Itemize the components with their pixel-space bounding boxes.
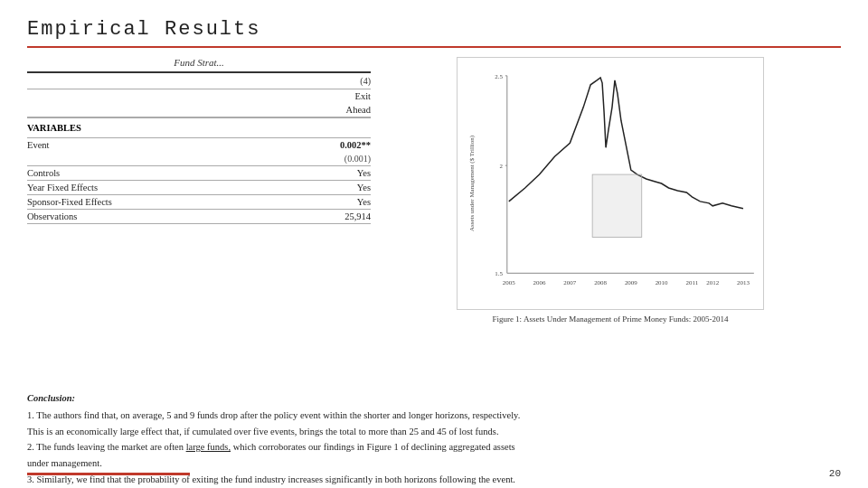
conclusion-line-3: 2. The funds leaving the market are ofte… bbox=[27, 440, 841, 455]
variables-label: VARIABLES bbox=[27, 120, 81, 136]
table-subheader2: Ahead bbox=[27, 103, 371, 117]
top-divider bbox=[27, 46, 841, 48]
svg-text:2007: 2007 bbox=[563, 279, 576, 286]
svg-text:2010: 2010 bbox=[656, 279, 668, 286]
col-header-num: (4) bbox=[216, 76, 371, 86]
col-subheader: Ahead bbox=[216, 105, 371, 115]
svg-text:2006: 2006 bbox=[533, 279, 546, 286]
variables-row: VARIABLES bbox=[27, 117, 371, 137]
page: Empirical Results Fund Strat... (4) Exit bbox=[0, 0, 868, 488]
svg-text:2009: 2009 bbox=[625, 279, 637, 286]
svg-text:2005: 2005 bbox=[503, 279, 515, 286]
svg-text:2.5: 2.5 bbox=[495, 73, 503, 80]
svg-text:2011: 2011 bbox=[686, 279, 699, 286]
col-header-label: Exit bbox=[355, 91, 372, 101]
footer: 20 bbox=[0, 468, 868, 479]
svg-text:2: 2 bbox=[499, 163, 503, 170]
table-header: (4) bbox=[27, 73, 371, 89]
svg-text:2013: 2013 bbox=[737, 279, 750, 286]
chart-caption: Figure 1: Assets Under Management of Pri… bbox=[457, 314, 764, 324]
table-area: Fund Strat... (4) Exit Ahead bbox=[27, 57, 371, 382]
svg-text:Assets under Management ($ Tri: Assets under Management ($ Trillion) bbox=[468, 136, 476, 231]
table-row-controls: Controls Yes bbox=[27, 165, 371, 180]
conclusion-title: Conclusion: bbox=[27, 391, 841, 406]
page-title: Empirical Results bbox=[27, 18, 841, 41]
footer-line bbox=[27, 473, 190, 475]
svg-text:1.5: 1.5 bbox=[495, 270, 503, 277]
main-content: Fund Strat... (4) Exit Ahead bbox=[27, 57, 841, 382]
table-row-event-sub: (0.001) bbox=[27, 152, 371, 165]
svg-text:2008: 2008 bbox=[594, 279, 607, 286]
svg-text:2012: 2012 bbox=[706, 279, 719, 286]
table-row-event: Event 0.002** bbox=[27, 137, 371, 152]
svg-rect-18 bbox=[592, 174, 642, 237]
chart-svg: Assets under Management ($ Trillion) 2.5… bbox=[458, 58, 763, 309]
table-row-sponsor-fe: Sponsor-Fixed Effects Yes bbox=[27, 194, 371, 209]
table: (4) Exit Ahead VARIABLES bbox=[27, 71, 371, 224]
table-subheader: Exit bbox=[27, 89, 371, 103]
conclusion-line-2: This is an economically large effect tha… bbox=[27, 425, 841, 439]
conclusion-line-1: 1. The authors find that, on average, 5 … bbox=[27, 408, 841, 423]
table-row-obs: Observations 25,914 bbox=[27, 209, 371, 224]
underline-text: large funds, bbox=[186, 442, 231, 452]
chart-box: Assets under Management ($ Trillion) 2.5… bbox=[457, 57, 764, 310]
table-title: Fund Strat... bbox=[27, 57, 371, 68]
page-number: 20 bbox=[829, 468, 841, 479]
table-row-year-fe: Year Fixed Effects Yes bbox=[27, 180, 371, 194]
chart-area: Assets under Management ($ Trillion) 2.5… bbox=[380, 57, 841, 382]
